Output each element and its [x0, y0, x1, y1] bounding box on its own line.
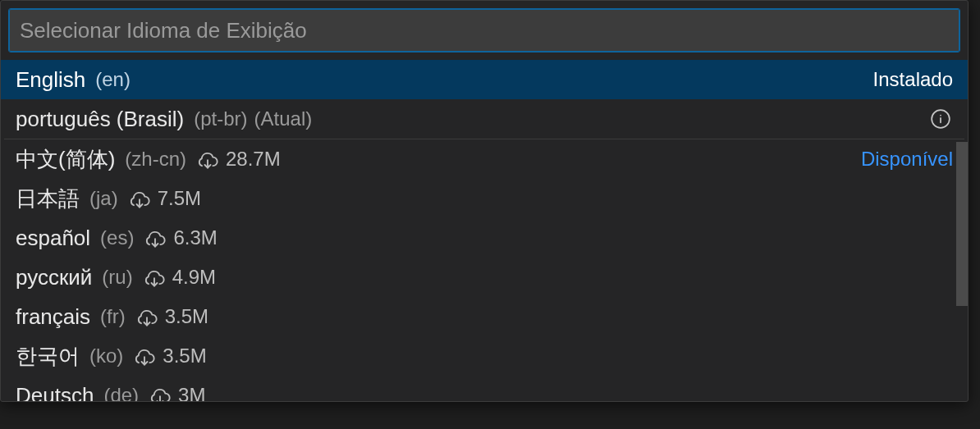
list-item[interactable]: русский(ru) 4.9M	[1, 258, 968, 297]
language-code: (ja)	[89, 187, 118, 210]
download-count: 3M	[178, 384, 205, 401]
download-count: 28.7M	[226, 148, 281, 171]
language-code: (fr)	[100, 305, 126, 328]
language-name: español	[16, 226, 90, 251]
info-icon[interactable]	[928, 107, 953, 131]
available-badge: Disponível	[861, 148, 953, 171]
cloud-download-icon	[135, 305, 158, 328]
scrollbar-thumb[interactable]	[956, 142, 968, 306]
download-count: 6.3M	[173, 226, 217, 249]
list-item[interactable]: español(es) 6.3M	[1, 218, 968, 258]
language-quickpick: English(en)Instaladoportuguês (Brasil)(p…	[0, 0, 969, 402]
language-name: русский	[16, 265, 92, 290]
download-count: 7.5M	[158, 187, 201, 210]
language-name: English	[16, 67, 85, 93]
language-code: (ko)	[89, 345, 123, 367]
list-item[interactable]: English(en)Instalado	[1, 60, 968, 99]
language-name: 한국어	[16, 342, 80, 371]
language-code: (ru)	[102, 266, 132, 289]
list-item[interactable]: 한국어(ko) 3.5M	[1, 336, 968, 376]
list-item[interactable]: Deutsch(de) 3M	[1, 376, 968, 401]
cloud-download-icon	[144, 226, 167, 249]
language-code: (de)	[103, 384, 139, 401]
download-count: 3.5M	[165, 305, 208, 328]
search-input[interactable]	[9, 9, 959, 52]
installed-badge: Instalado	[873, 68, 953, 91]
list-item[interactable]: 中文(简体)(zh-cn) 28.7MDisponível	[1, 139, 968, 179]
language-name: français	[16, 304, 90, 330]
cloud-download-icon	[133, 345, 156, 367]
language-code: (en)	[95, 68, 131, 91]
language-list: English(en)Instaladoportuguês (Brasil)(p…	[1, 60, 968, 401]
cloud-download-icon	[196, 148, 219, 171]
svg-point-2	[940, 115, 941, 116]
cloud-download-icon	[143, 266, 166, 289]
download-count: 3.5M	[163, 345, 206, 367]
list-item[interactable]: français(fr) 3.5M	[1, 297, 968, 336]
download-count: 4.9M	[172, 266, 216, 289]
current-badge: (Atual)	[254, 107, 313, 130]
language-code: (zh-cn)	[125, 148, 186, 171]
language-code: (pt-br)	[194, 107, 247, 130]
language-name: português (Brasil)	[16, 107, 184, 132]
language-name: 日本語	[16, 185, 80, 213]
language-code: (es)	[100, 226, 134, 249]
list-item[interactable]: 日本語(ja) 7.5M	[1, 179, 968, 218]
search-input-wrap	[1, 1, 968, 60]
language-name: 中文(简体)	[16, 145, 115, 174]
list-item[interactable]: português (Brasil)(pt-br)(Atual)	[1, 99, 968, 139]
language-name: Deutsch	[16, 383, 94, 402]
list-wrap: English(en)Instaladoportuguês (Brasil)(p…	[1, 60, 968, 401]
cloud-download-icon	[149, 384, 172, 401]
cloud-download-icon	[128, 187, 151, 210]
